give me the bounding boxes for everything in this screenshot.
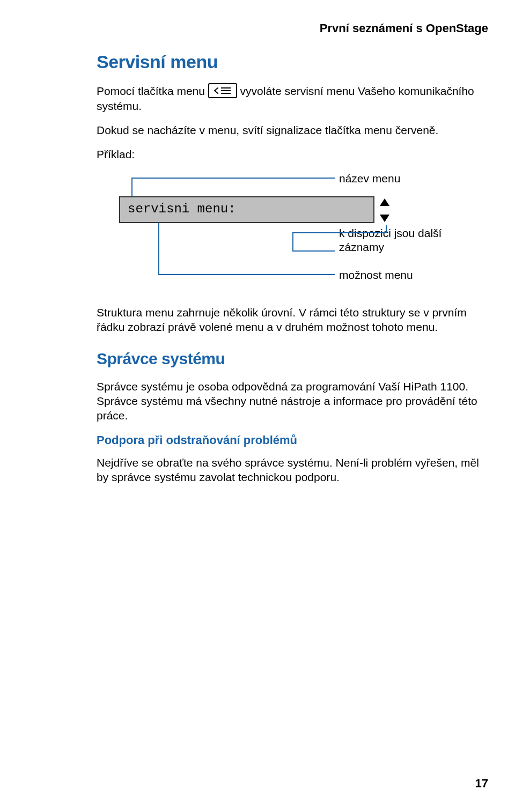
- paragraph-struktura: Struktura menu zahrnuje několik úrovní. …: [97, 306, 483, 335]
- paragraph-intro: Pomocí tlačítka menu vyvoláte servisní m…: [97, 84, 483, 114]
- page: První seznámení s OpenStage Servisní men…: [0, 0, 515, 812]
- menu-diagram: název menu servisni menu: k dispozici js…: [94, 172, 470, 300]
- label-line1: k dispozici jsou další: [339, 227, 442, 239]
- page-number: 17: [475, 777, 488, 791]
- label-nazev-menu: název menu: [339, 172, 400, 186]
- menu-box-text: servisni menu:: [128, 202, 236, 216]
- paragraph-red-signal: Dokud se nacházíte v menu, svítí signali…: [97, 123, 483, 138]
- text-fragment: Pomocí tlačítka menu: [97, 85, 208, 97]
- paragraph-spravce-2: Nejdříve se obraťte na svého správce sys…: [97, 456, 483, 485]
- svg-marker-4: [380, 215, 389, 222]
- content-column: Servisní menu Pomocí tlačítka menu vyvol…: [97, 51, 483, 485]
- label-moznost-menu: možnost menu: [339, 268, 413, 282]
- scroll-arrows-icon: [378, 195, 392, 225]
- paragraph-spravce-1: Správce systému je osoba odpovědná za pr…: [97, 380, 483, 423]
- heading-spravce-systemu: Správce systému: [97, 350, 483, 368]
- subheading-podpora: Podpora při odstraňování problémů: [97, 433, 483, 447]
- example-label: Příklad:: [97, 147, 483, 162]
- menu-box: servisni menu:: [119, 196, 374, 223]
- heading-servisni-menu: Servisní menu: [97, 51, 483, 72]
- menu-button-icon: [208, 83, 237, 98]
- running-header: První seznámení s OpenStage: [27, 21, 488, 35]
- svg-marker-3: [380, 198, 389, 206]
- label-line2: záznamy: [339, 241, 384, 253]
- label-k-dispozici: k dispozici jsou další záznamy: [339, 226, 442, 255]
